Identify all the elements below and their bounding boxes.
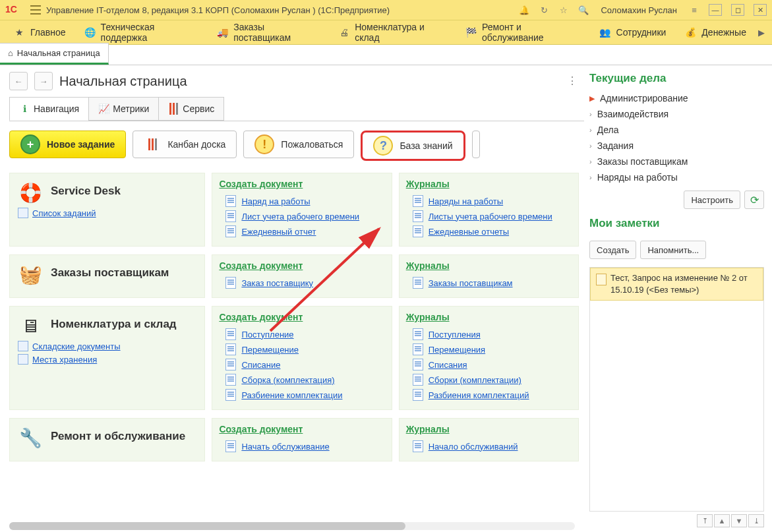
todo-item[interactable]: ▶Администрирование (589, 90, 764, 106)
remind-button[interactable]: Напомнить... (640, 241, 706, 259)
search-icon[interactable]: 🔍 (578, 5, 589, 15)
journals-heading[interactable]: Журналы (406, 260, 450, 271)
menu-repair[interactable]: 🏁Ремонт и обслуживание (456, 20, 590, 44)
kanban-button[interactable]: Канбан доска (133, 131, 237, 158)
doc-icon (413, 359, 423, 370)
new-task-button[interactable]: +Новое задание (9, 131, 126, 158)
tab-metrics[interactable]: 📈Метрики (88, 97, 159, 121)
create-link[interactable]: Заказ поставщику (225, 277, 384, 289)
menu-label: Денежные (701, 27, 746, 38)
journals-heading[interactable]: Журналы (406, 312, 450, 322)
notes-up-button[interactable]: ▲ (714, 514, 730, 527)
minimize-button[interactable]: — (709, 4, 722, 16)
journal-link[interactable]: Списания (413, 359, 572, 370)
todo-item[interactable]: ›Дела (589, 122, 764, 138)
plus-icon: + (20, 134, 40, 154)
menu-money[interactable]: 💰Денежные (675, 20, 756, 44)
tab-service[interactable]: Сервис (158, 97, 224, 121)
button-label: База знаний (400, 140, 452, 151)
hamburger-icon[interactable] (30, 5, 41, 15)
create-link[interactable]: Поступление (225, 328, 384, 340)
menu-orders[interactable]: 🚚Заказы поставщикам (208, 20, 329, 44)
journal-link[interactable]: Листы учета рабочего времени (413, 210, 572, 222)
section-title: Service Desk (51, 185, 121, 198)
menu-label: Сотрудники (616, 27, 667, 38)
nav-forward-button[interactable]: → (34, 72, 53, 90)
todo-item[interactable]: ›Заказы поставщикам (589, 154, 764, 169)
create-link[interactable]: Разбиение комплектации (225, 389, 384, 401)
star-icon[interactable]: ☆ (558, 5, 569, 15)
home-icon: ⌂ (8, 48, 13, 58)
tab-navigation[interactable]: ℹНавигация (9, 97, 89, 121)
notes-first-button[interactable]: ⤒ (697, 514, 713, 527)
refresh-button[interactable]: ⟳ (744, 191, 764, 209)
create-link[interactable]: Списание (225, 359, 384, 370)
doc-icon (225, 225, 236, 237)
chevron-right-icon: › (589, 173, 592, 181)
main-menu: ★Главное 🌐Техническая поддержка 🚚Заказы … (0, 20, 772, 45)
kebab-icon[interactable]: ⋮ (567, 74, 578, 87)
tab-home[interactable]: ⌂ Начальная страница (0, 43, 109, 65)
journal-link[interactable]: Ежедневные отчеты (413, 225, 572, 237)
create-doc-heading[interactable]: Создать документ (219, 260, 303, 271)
filter-icon[interactable]: ≡ (689, 5, 699, 15)
section-link[interactable]: Складские документы (18, 341, 196, 351)
create-link[interactable]: Наряд на работы (225, 195, 384, 207)
journal-link[interactable]: Сборки (комплектации) (413, 374, 572, 386)
doc-icon (225, 195, 236, 207)
menu-label: Заказы поставщикам (233, 22, 320, 43)
chip-icon: 🔧 (18, 425, 43, 450)
section-title: Номенклатура и склад (51, 318, 177, 331)
menu-main[interactable]: ★Главное (4, 20, 75, 44)
todo-label: Взаимодействия (597, 109, 669, 119)
create-link[interactable]: Сборка (комплектация) (225, 374, 384, 386)
journal-link[interactable]: Разбиения комплектаций (413, 389, 572, 401)
create-doc-heading[interactable]: Создать документ (219, 312, 303, 322)
chevron-right-icon: › (589, 158, 592, 165)
note-item[interactable]: Тест, Запрос на изменение № 2 от 15.10.1… (590, 268, 763, 301)
complain-button[interactable]: !Пожаловаться (243, 131, 354, 158)
notes-down-button[interactable]: ▼ (731, 514, 747, 527)
current-user[interactable]: Соломахин Руслан (601, 5, 677, 15)
extra-button[interactable] (472, 131, 480, 158)
journal-link[interactable]: Поступления (413, 328, 572, 340)
configure-button[interactable]: Настроить (684, 191, 740, 209)
maximize-button[interactable]: ◻ (731, 4, 744, 16)
journals-heading[interactable]: Журналы (406, 179, 450, 189)
menu-support[interactable]: 🌐Техническая поддержка (75, 20, 208, 44)
create-link[interactable]: Перемещение (225, 343, 384, 355)
journals-heading[interactable]: Журналы (406, 424, 450, 434)
close-button[interactable]: ✕ (754, 4, 767, 16)
chevron-right-icon: › (589, 142, 592, 150)
horizontal-scrollbar[interactable] (9, 522, 575, 530)
doc-icon (413, 195, 423, 207)
journal-link[interactable]: Заказы поставщикам (413, 277, 572, 289)
create-link[interactable]: Начать обслуживание (225, 440, 384, 452)
note-text: Тест, Запрос на изменение № 2 от 15.10.1… (610, 272, 757, 296)
journal-link[interactable]: Наряды на работы (413, 195, 572, 207)
knowledge-base-button[interactable]: ?База знаний (361, 131, 465, 161)
journal-link[interactable]: Перемещения (413, 343, 572, 355)
bell-icon[interactable]: 🔔 (519, 5, 529, 15)
money-icon: 💰 (684, 26, 696, 38)
create-note-button[interactable]: Создать (589, 241, 636, 259)
notes-last-button[interactable]: ⤓ (748, 514, 764, 527)
nav-back-button[interactable]: ← (9, 72, 28, 90)
create-link[interactable]: Ежедневный отчет (225, 225, 384, 237)
menu-more-icon[interactable]: ▶ (756, 28, 768, 38)
create-doc-heading[interactable]: Создать документ (219, 179, 303, 189)
history-icon[interactable]: ↻ (539, 5, 549, 15)
section-link[interactable]: Список заданий (18, 208, 196, 218)
button-label: Пожаловаться (281, 139, 343, 150)
menu-staff[interactable]: 👥Сотрудники (590, 20, 676, 44)
menu-stock[interactable]: 🖨Номенклатура и склад (329, 20, 456, 44)
todo-label: Наряды на работы (597, 172, 678, 183)
tab-label: Навигация (34, 103, 79, 114)
create-doc-heading[interactable]: Создать документ (219, 424, 303, 434)
todo-item[interactable]: ›Взаимодействия (589, 106, 764, 122)
todo-item[interactable]: ›Задания (589, 138, 764, 154)
create-link[interactable]: Лист учета рабочего времени (225, 210, 384, 222)
section-link[interactable]: Места хранения (18, 354, 196, 365)
journal-link[interactable]: Начало обслуживаний (413, 440, 572, 452)
todo-item[interactable]: ›Наряды на работы (589, 169, 764, 185)
